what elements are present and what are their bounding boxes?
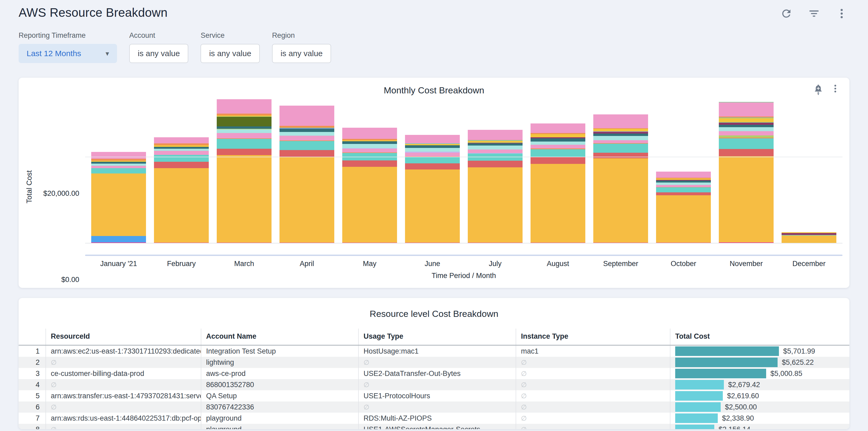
bar-segment-olive[interactable] xyxy=(217,117,271,126)
bar-segment-coral[interactable] xyxy=(468,161,522,167)
bar-segment-amber[interactable] xyxy=(217,155,271,242)
bar-segment-amber[interactable] xyxy=(656,195,711,243)
bar-segment-lightcyan[interactable] xyxy=(468,146,522,150)
usage-type-cell[interactable]: USE2-DataTransfer-Out-Bytes xyxy=(359,368,516,379)
bar-segment-coral[interactable] xyxy=(217,149,271,155)
bar-segment-maroon[interactable] xyxy=(782,233,836,235)
bar-segment-amber[interactable] xyxy=(91,174,146,236)
account-name-cell[interactable]: lightwing xyxy=(201,357,359,368)
resource-id-cell[interactable]: ∅ xyxy=(46,379,201,390)
total-cost-cell[interactable]: $5,625.22 xyxy=(670,357,849,368)
alert-bell-icon[interactable]: ▾ xyxy=(813,84,823,95)
account-name-cell[interactable]: QA Setup xyxy=(201,390,359,401)
bar-segment-lightcyan[interactable] xyxy=(279,132,334,136)
bar-segment-pink[interactable] xyxy=(91,166,146,168)
bar-segment-darkteal[interactable] xyxy=(719,125,773,127)
stacked-bar[interactable] xyxy=(217,99,271,243)
bar-segment-lightcyan[interactable] xyxy=(530,142,585,145)
total-cost-cell[interactable]: $2,500.00 xyxy=(670,401,849,413)
bar-segment-coral[interactable] xyxy=(342,160,397,167)
bar-segment-yellowgreen[interactable] xyxy=(719,135,773,137)
column-header-total-cost[interactable]: Total Cost xyxy=(670,329,849,345)
bar-segment-amber[interactable] xyxy=(719,156,773,242)
bar-segment-coral[interactable] xyxy=(593,153,648,158)
stacked-bar[interactable] xyxy=(279,105,334,243)
bar-segment-orange[interactable] xyxy=(279,126,334,128)
bar-segment-pink[interactable] xyxy=(405,135,460,144)
resource-id-cell[interactable]: ce-customer-billing-data-prod xyxy=(46,368,201,379)
bar-segment-orange[interactable] xyxy=(154,144,209,145)
column-header-instance-type[interactable]: Instance Type xyxy=(516,329,670,345)
stacked-bar[interactable] xyxy=(468,130,522,243)
usage-type-cell[interactable]: USE1-AWSSecretsManager-Secrets xyxy=(359,424,516,429)
bar-segment-pink[interactable] xyxy=(593,114,648,128)
bar-segment-lightcyan[interactable] xyxy=(656,183,711,185)
bar-segment-teal[interactable] xyxy=(91,168,146,174)
bar-segment-pink[interactable] xyxy=(279,136,334,141)
kebab-menu-icon[interactable] xyxy=(836,7,848,20)
column-header-account-name[interactable]: Account Name xyxy=(201,329,359,345)
bar-segment-amber[interactable] xyxy=(279,157,334,242)
kebab-menu-icon[interactable] xyxy=(830,84,840,94)
bar-segment-darkteal[interactable] xyxy=(279,129,334,132)
usage-type-cell[interactable]: USE1-ProtocolHours xyxy=(359,390,516,401)
account-name-cell[interactable]: 868001352780 xyxy=(201,379,359,390)
bar-segment-lightcyan[interactable] xyxy=(91,164,146,166)
bar-segment-pink[interactable] xyxy=(656,172,711,178)
bar-segment-teal[interactable] xyxy=(154,155,209,162)
bar-segment-darkteal[interactable] xyxy=(154,147,209,149)
bar-segment-coral[interactable] xyxy=(405,163,460,170)
bar-segment-teal[interactable] xyxy=(405,157,460,163)
total-cost-cell[interactable]: $2,619.60 xyxy=(670,390,849,401)
bar-segment-darkteal[interactable] xyxy=(593,133,648,136)
bar-segment-pink[interactable] xyxy=(405,153,460,157)
bar-segment-pink[interactable] xyxy=(530,123,585,133)
bar-segment-blue[interactable] xyxy=(91,236,146,242)
usage-type-cell[interactable]: RDS:Multi-AZ-PIOPS xyxy=(359,413,516,424)
bar-segment-amber[interactable] xyxy=(530,164,585,243)
bar-segment-pink[interactable] xyxy=(342,128,397,139)
instance-type-cell[interactable]: mac1 xyxy=(516,345,670,357)
filter-icon[interactable] xyxy=(808,7,820,20)
bar-segment-orange[interactable] xyxy=(217,114,271,116)
bar-segment-teal[interactable] xyxy=(217,139,271,149)
resource-id-cell[interactable]: arn:aws:ec2:us-east-1:733017110293:dedic… xyxy=(46,345,201,357)
bar-segment-darkteal[interactable] xyxy=(342,141,397,144)
filter-value-button[interactable]: is any value xyxy=(129,44,188,63)
bar-segment-teal[interactable] xyxy=(279,141,334,150)
bar-segment-pink[interactable] xyxy=(530,145,585,149)
column-header-resourceid[interactable]: ResourceId xyxy=(46,329,201,345)
account-name-cell[interactable]: Integration Test Setup xyxy=(201,345,359,357)
bar-segment-pink[interactable] xyxy=(154,151,209,155)
bar-segment-yellow[interactable] xyxy=(719,118,773,122)
bar-segment-amber[interactable] xyxy=(405,170,460,243)
bar-segment-pink[interactable] xyxy=(593,140,648,143)
refresh-icon[interactable] xyxy=(780,7,793,20)
bar-segment-lightcyan[interactable] xyxy=(719,127,773,131)
account-name-cell[interactable]: 830767422336 xyxy=(201,401,359,413)
stacked-bar[interactable] xyxy=(782,232,836,243)
usage-type-cell[interactable]: ∅ xyxy=(359,379,516,390)
bar-segment-darkteal[interactable] xyxy=(405,145,460,148)
instance-type-cell[interactable]: ∅ xyxy=(516,390,670,401)
instance-type-cell[interactable]: ∅ xyxy=(516,413,670,424)
bar-segment-pink[interactable] xyxy=(217,99,271,113)
resource-id-cell[interactable]: arn:aws:rds:us-east-1:448640225317:db:pc… xyxy=(46,413,201,424)
bar-segment-pink[interactable] xyxy=(154,137,209,144)
stacked-bar[interactable] xyxy=(719,102,773,243)
usage-type-cell[interactable]: ∅ xyxy=(359,401,516,413)
instance-type-cell[interactable]: ∅ xyxy=(516,357,670,368)
bar-segment-amber[interactable] xyxy=(468,167,522,243)
bar-segment-lightcyan[interactable] xyxy=(342,144,397,148)
filter-value-button[interactable]: is any value xyxy=(272,44,331,63)
bar-segment-pink[interactable] xyxy=(719,131,773,135)
total-cost-cell[interactable]: $5,701.99 xyxy=(670,345,849,357)
usage-type-cell[interactable]: ∅ xyxy=(359,357,516,368)
stacked-bar[interactable] xyxy=(342,128,397,243)
bar-segment-coral[interactable] xyxy=(530,157,585,164)
bar-segment-lightcyan[interactable] xyxy=(217,129,271,133)
total-cost-cell[interactable]: $2,338.90 xyxy=(670,413,849,424)
bar-segment-amber[interactable] xyxy=(154,168,209,243)
instance-type-cell[interactable]: ∅ xyxy=(516,401,670,413)
bar-segment-amber[interactable] xyxy=(782,236,836,243)
